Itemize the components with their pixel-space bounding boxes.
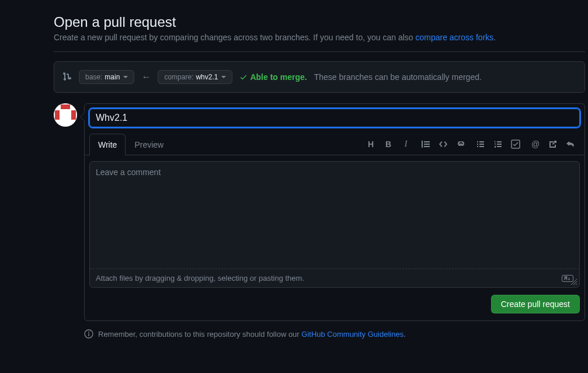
avatar [54, 103, 77, 127]
pr-composer: Write Preview H B I [84, 103, 585, 321]
editor-tabs-row: Write Preview H B I [85, 133, 584, 155]
quote-icon[interactable] [421, 140, 430, 149]
subtitle-suffix: . [493, 33, 496, 42]
comment-textarea[interactable] [90, 162, 579, 267]
mention-icon[interactable]: @ [531, 140, 540, 149]
tab-preview[interactable]: Preview [126, 134, 172, 155]
page-title: Open a pull request [54, 14, 588, 30]
footer-prefix: Remember, contributions to this reposito… [98, 330, 301, 339]
code-icon[interactable] [439, 140, 448, 149]
chevron-down-icon [221, 76, 226, 78]
compare-branch-selector[interactable]: compare: whv2.1 [158, 70, 232, 84]
merge-status-text: Able to merge. [250, 72, 307, 82]
svg-rect-3 [88, 333, 89, 336]
base-branch-selector[interactable]: base: main [79, 70, 134, 84]
bold-icon[interactable]: B [384, 140, 393, 149]
footer-suffix: . [403, 330, 406, 339]
pr-title-input[interactable] [89, 109, 580, 127]
arrow-left-icon: ← [141, 72, 151, 82]
footer-note: Remember, contributions to this reposito… [84, 329, 580, 339]
heading-icon[interactable]: H [366, 140, 375, 149]
tasklist-icon[interactable] [511, 140, 520, 149]
svg-point-2 [88, 332, 89, 333]
italic-icon[interactable]: I [401, 140, 410, 149]
merge-message: These branches can be automatically merg… [314, 72, 482, 82]
create-pull-request-button[interactable]: Create pull request [491, 295, 580, 313]
base-label: base: [85, 73, 102, 81]
page-subtitle: Create a new pull request by comparing c… [54, 33, 585, 52]
compare-forks-link[interactable]: compare across forks [415, 33, 493, 42]
link-icon[interactable] [456, 140, 465, 149]
merge-status: Able to merge. [239, 72, 307, 82]
community-guidelines-link[interactable]: GitHub Community Guidelines [301, 330, 403, 339]
compare-value: whv2.1 [196, 73, 218, 81]
tab-write[interactable]: Write [89, 134, 126, 155]
check-icon [239, 73, 248, 81]
reply-icon[interactable] [566, 140, 575, 149]
ordered-list-icon[interactable] [493, 140, 503, 149]
markdown-toolbar: H B I @ [366, 140, 580, 149]
base-value: main [105, 73, 120, 81]
cross-reference-icon[interactable] [548, 140, 558, 149]
info-icon [84, 329, 93, 339]
compare-label: compare: [164, 73, 193, 81]
resize-handle-icon[interactable] [571, 279, 577, 285]
branch-comparison-bar: base: main ← compare: whv2.1 Able to mer… [54, 61, 585, 93]
subtitle-text: Create a new pull request by comparing c… [54, 33, 415, 42]
unordered-list-icon[interactable] [476, 140, 485, 149]
attach-text: Attach files by dragging & dropping, sel… [96, 274, 304, 283]
attach-bar[interactable]: Attach files by dragging & dropping, sel… [90, 269, 579, 287]
comment-container: Attach files by dragging & dropping, sel… [89, 161, 580, 288]
chevron-down-icon [123, 76, 128, 78]
git-compare-icon [62, 72, 72, 83]
